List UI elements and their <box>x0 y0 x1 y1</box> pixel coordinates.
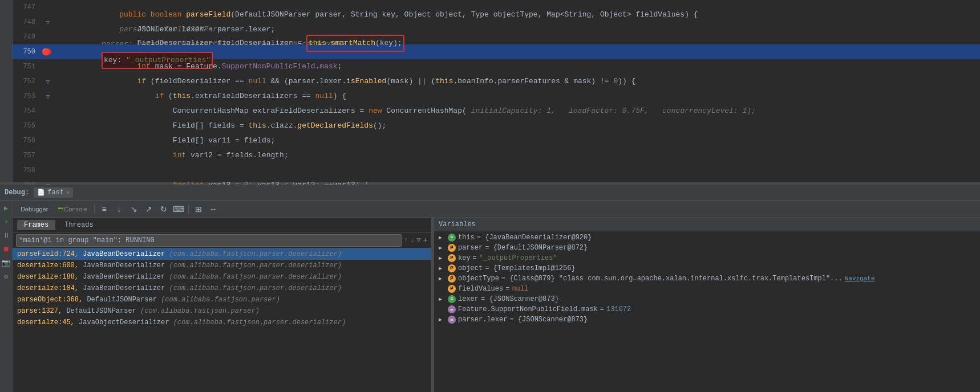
camera-icon[interactable]: 📷 <box>1 258 11 268</box>
frame-method-0: parseField:724, <box>17 250 83 258</box>
frame-method-5: parse:1327, <box>17 307 66 315</box>
step-over-icon[interactable]: ⬇ <box>1 217 11 227</box>
down-arrow-btn[interactable]: ↓ <box>410 236 414 244</box>
frame-location-6: (com.alibaba.fastjson.parser.deserialize… <box>173 318 346 326</box>
navigate-link-objecttype[interactable]: Navigate <box>845 275 875 282</box>
run-to-cursor-btn[interactable]: ↻ <box>157 203 170 215</box>
var-object[interactable]: ▶ P object = {TemplatesImpl@1256} <box>434 263 980 273</box>
frame-item-4[interactable]: parseObject:368, DefaultJSONParser (com.… <box>13 294 431 305</box>
frame-location-0: (com.alibaba.fastjson.parser.deserialize… <box>169 250 341 258</box>
frames-panel: Frames Threads *main*@1 in group "main":… <box>13 218 432 392</box>
variables-list: ▶ ≡ this = {JavaBeanDeserializer@920} ▶ … <box>434 231 980 392</box>
debug-right-content: Debugger 📟 Console ≡ ↓ ↘ ↗ ↻ ⌨ ⊞ ↔ <box>13 201 980 392</box>
frame-item-1[interactable]: deserialze:600, JavaBeanDeserializer (co… <box>13 260 431 271</box>
var-name-parser: parser <box>458 244 483 252</box>
var-value-objecttype: = {Class@879} "class com.sun.org.apache.… <box>501 275 843 283</box>
var-icon-key: P <box>448 254 456 262</box>
filter-btn[interactable]: ▽ <box>416 236 420 244</box>
show-execution-btn[interactable]: ≡ <box>98 203 111 215</box>
frame-list: parseField:724, JavaBeanDeserializer (co… <box>13 248 431 392</box>
frame-class-5: DefaultJSONParser <box>66 307 140 315</box>
frame-item-3[interactable]: deserialze:184, JavaBeanDeserializer (co… <box>13 283 431 294</box>
var-objecttype[interactable]: ▶ P objectType = {Class@879} "class com.… <box>434 273 980 284</box>
thread-dropdown[interactable]: *main*@1 in group "main": RUNNING <box>16 234 402 247</box>
restore-layout-btn[interactable]: ↔ <box>207 203 220 215</box>
debugger-tab-btn[interactable]: Debugger <box>17 203 51 215</box>
var-key[interactable]: ▶ P key = "_outputProperties" <box>434 253 980 263</box>
var-icon-mask: ∞ <box>448 305 456 313</box>
var-icon-this: ≡ <box>448 234 456 242</box>
pause-icon[interactable]: ⏸ <box>1 230 11 240</box>
toolbar-sep-2 <box>188 205 189 214</box>
add-btn[interactable]: + <box>423 236 428 245</box>
var-value-parser: = {DefaultJSONParser@872} <box>485 244 588 252</box>
code-content: 747 748 ▽ public boolean parseField(Defa… <box>13 0 980 182</box>
debug-titlebar: Debug: 📄 fast ✕ <box>0 185 980 201</box>
code-editor-section: 747 748 ▽ public boolean parseField(Defa… <box>0 0 980 182</box>
var-icon-objecttype: P <box>448 275 456 283</box>
var-value-this: = {JavaBeanDeserializer@920} <box>477 234 592 242</box>
var-lexer[interactable]: ▶ ≡ lexer = {JSONScanner@873} <box>434 294 980 304</box>
frame-location-1: (com.alibaba.fastjson.parser.deserialize… <box>169 262 341 270</box>
var-this[interactable]: ▶ ≡ this = {JavaBeanDeserializer@920} <box>434 232 980 243</box>
console-tab-btn[interactable]: 📟 Console <box>54 203 90 215</box>
expand-this[interactable]: ▶ <box>439 234 446 241</box>
settings-icon[interactable]: ⚙ <box>1 271 11 281</box>
expand-lexer[interactable]: ▶ <box>439 296 446 303</box>
frame-item-5[interactable]: parse:1327, DefaultJSONParser (com.aliba… <box>13 305 431 317</box>
debug-arrow-753: ▽ <box>46 93 50 100</box>
frame-class-1: JavaBeanDeserializer <box>83 262 169 270</box>
frame-item-6[interactable]: deserialze:45, JavaObjectDeserializer (c… <box>13 317 431 328</box>
var-icon-parserlexer: ∞ <box>448 316 456 324</box>
line-number-747: 747 <box>13 3 41 11</box>
line-number-748: 748 <box>13 18 41 26</box>
frame-location-3: (com.alibaba.fastjson.parser.deserialize… <box>169 284 341 292</box>
debug-toolbar: Debugger 📟 Console ≡ ↓ ↘ ↗ ↻ ⌨ ⊞ ↔ <box>13 201 980 218</box>
line-number-749: 749 <box>13 33 41 41</box>
table-view-btn[interactable]: ⊞ <box>192 203 205 215</box>
step-into-btn[interactable]: ↘ <box>128 203 140 215</box>
tab-close-fast[interactable]: ✕ <box>66 189 70 196</box>
expand-fieldvalues[interactable]: ▶ <box>439 285 446 292</box>
frame-item-2[interactable]: deserialze:188, JavaBeanDeserializer (co… <box>13 271 431 283</box>
stop-icon[interactable]: ⏹ <box>1 244 11 254</box>
frame-method-3: deserialze:184, <box>17 284 83 292</box>
up-arrow-btn[interactable]: ↑ <box>404 236 408 244</box>
gutter-748: ▽ <box>41 19 55 26</box>
var-name-lexer: lexer <box>458 295 479 303</box>
var-parser[interactable]: ▶ P parser = {DefaultJSONParser@872} <box>434 243 980 253</box>
gutter-753: ▽ <box>41 93 55 100</box>
var-name-parserlexer: parser.lexer <box>458 316 507 324</box>
expand-key[interactable]: ▶ <box>439 255 446 262</box>
frame-location-5: (com.alibaba.fastjson.parser) <box>140 307 260 315</box>
step-over-btn[interactable]: ↓ <box>113 203 125 215</box>
tab-frames[interactable]: Frames <box>17 220 55 230</box>
resume-icon[interactable]: ▶ <box>1 203 11 213</box>
var-icon-object: P <box>448 264 456 272</box>
frame-class-0: JavaBeanDeserializer <box>83 250 169 258</box>
step-out-btn[interactable]: ↗ <box>143 203 155 215</box>
debug-title: Debug: <box>5 189 29 197</box>
frame-class-4: DefaultJSONParser <box>87 296 161 304</box>
line-number-751: 751 <box>13 63 41 71</box>
var-fieldvalues[interactable]: ▶ P fieldValues = null <box>434 284 980 294</box>
line-number-750: 750 <box>13 48 41 56</box>
var-value-lexer: = {JSONScanner@873} <box>481 295 559 303</box>
expand-object[interactable]: ▶ <box>439 265 446 272</box>
debug-arrow-748: ▽ <box>46 19 50 26</box>
expand-parser[interactable]: ▶ <box>439 244 446 251</box>
var-parserlexer[interactable]: ▶ ∞ parser.lexer = {JSONScanner@873} <box>434 315 980 325</box>
debug-tab-fast[interactable]: 📄 fast ✕ <box>34 187 73 198</box>
expand-parserlexer[interactable]: ▶ <box>439 316 446 323</box>
line-number-753: 753 <box>13 92 41 100</box>
expand-objecttype[interactable]: ▶ <box>439 275 446 282</box>
frame-item-0[interactable]: parseField:724, JavaBeanDeserializer (co… <box>13 248 431 260</box>
var-mask[interactable]: ▶ ∞ Feature.SupportNonPublicField.mask =… <box>434 304 980 315</box>
thread-dropdown-row: *main*@1 in group "main": RUNNING ↑ ↓ ▽ … <box>13 232 431 248</box>
tab-threads[interactable]: Threads <box>58 220 100 230</box>
main-content-split: Frames Threads *main*@1 in group "main":… <box>13 218 980 392</box>
var-icon-fieldvalues: P <box>448 285 456 293</box>
expand-mask[interactable]: ▶ <box>439 306 446 313</box>
var-eq-key: = <box>473 254 477 262</box>
evaluate-btn[interactable]: ⌨ <box>172 203 185 215</box>
